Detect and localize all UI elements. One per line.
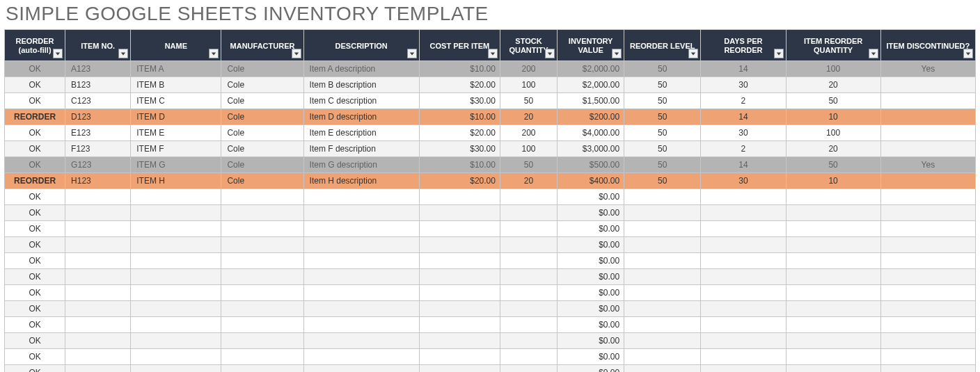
cell-cost[interactable] — [419, 269, 500, 285]
cell-reorder_qty[interactable]: 50 — [786, 93, 880, 109]
cell-reorder_level[interactable] — [624, 221, 701, 237]
cell-reorder_qty[interactable]: 50 — [786, 157, 880, 173]
cell-cost[interactable] — [419, 253, 500, 269]
cell-status[interactable]: REORDER — [5, 109, 65, 125]
cell-item_no[interactable]: F123 — [65, 141, 131, 157]
cell-desc[interactable] — [303, 221, 419, 237]
cell-name[interactable] — [131, 349, 221, 365]
cell-reorder_level[interactable] — [624, 237, 701, 253]
cell-inv[interactable]: $0.00 — [558, 253, 624, 269]
cell-stock[interactable] — [500, 189, 557, 205]
cell-cost[interactable] — [419, 221, 500, 237]
cell-stock[interactable] — [500, 349, 557, 365]
cell-days[interactable] — [701, 269, 786, 285]
cell-disc[interactable] — [880, 93, 975, 109]
cell-inv[interactable]: $1,500.00 — [558, 93, 624, 109]
cell-inv[interactable]: $200.00 — [558, 109, 624, 125]
cell-disc[interactable] — [880, 253, 975, 269]
cell-reorder_qty[interactable]: 20 — [786, 141, 880, 157]
cell-item_no[interactable]: A123 — [65, 61, 131, 77]
cell-inv[interactable]: $0.00 — [558, 301, 624, 317]
cell-desc[interactable] — [303, 317, 419, 333]
column-header[interactable]: NAME — [131, 30, 221, 61]
cell-cost[interactable] — [419, 333, 500, 349]
cell-stock[interactable]: 20 — [500, 109, 557, 125]
cell-name[interactable] — [131, 333, 221, 349]
cell-disc[interactable] — [880, 269, 975, 285]
column-header[interactable]: REORDER (auto-fill) — [5, 30, 65, 61]
cell-name[interactable]: ITEM D — [131, 109, 221, 125]
cell-inv[interactable]: $2,000.00 — [558, 77, 624, 93]
cell-mfr[interactable] — [221, 301, 303, 317]
cell-reorder_qty[interactable] — [786, 221, 880, 237]
cell-mfr[interactable]: Cole — [221, 109, 303, 125]
cell-stock[interactable] — [500, 317, 557, 333]
cell-days[interactable] — [701, 333, 786, 349]
cell-reorder_level[interactable]: 50 — [624, 173, 701, 189]
cell-name[interactable]: ITEM B — [131, 77, 221, 93]
filter-dropdown-icon[interactable] — [774, 49, 784, 58]
cell-status[interactable]: OK — [5, 205, 65, 221]
filter-dropdown-icon[interactable] — [688, 49, 698, 58]
cell-mfr[interactable] — [221, 253, 303, 269]
cell-status[interactable]: OK — [5, 349, 65, 365]
cell-desc[interactable] — [303, 205, 419, 221]
cell-mfr[interactable] — [221, 237, 303, 253]
cell-disc[interactable] — [880, 109, 975, 125]
cell-days[interactable] — [701, 317, 786, 333]
cell-status[interactable]: OK — [5, 189, 65, 205]
cell-reorder_level[interactable] — [624, 301, 701, 317]
cell-name[interactable] — [131, 285, 221, 301]
cell-stock[interactable]: 100 — [500, 77, 557, 93]
cell-mfr[interactable]: Cole — [221, 157, 303, 173]
cell-desc[interactable] — [303, 301, 419, 317]
cell-desc[interactable]: Item E description — [303, 125, 419, 141]
cell-item_no[interactable] — [65, 205, 131, 221]
cell-mfr[interactable] — [221, 285, 303, 301]
cell-inv[interactable]: $0.00 — [558, 205, 624, 221]
cell-reorder_level[interactable]: 50 — [624, 109, 701, 125]
cell-status[interactable]: OK — [5, 221, 65, 237]
cell-stock[interactable]: 50 — [500, 93, 557, 109]
cell-item_no[interactable] — [65, 221, 131, 237]
cell-disc[interactable] — [880, 125, 975, 141]
cell-inv[interactable]: $0.00 — [558, 333, 624, 349]
cell-disc[interactable]: Yes — [880, 157, 975, 173]
cell-item_no[interactable] — [65, 317, 131, 333]
column-header[interactable]: ITEM DISCONTINUED? — [880, 30, 975, 61]
cell-inv[interactable]: $0.00 — [558, 237, 624, 253]
cell-days[interactable] — [701, 365, 786, 373]
cell-name[interactable]: ITEM H — [131, 173, 221, 189]
cell-status[interactable]: OK — [5, 253, 65, 269]
cell-cost[interactable]: $30.00 — [419, 93, 500, 109]
cell-desc[interactable] — [303, 365, 419, 373]
column-header[interactable]: INVENTORY VALUE — [558, 30, 624, 61]
filter-dropdown-icon[interactable] — [869, 49, 878, 58]
cell-desc[interactable] — [303, 269, 419, 285]
cell-disc[interactable] — [880, 317, 975, 333]
cell-days[interactable]: 14 — [701, 61, 786, 77]
cell-reorder_qty[interactable] — [786, 285, 880, 301]
cell-inv[interactable]: $3,000.00 — [558, 141, 624, 157]
cell-mfr[interactable] — [221, 365, 303, 373]
cell-days[interactable]: 2 — [701, 93, 786, 109]
cell-cost[interactable] — [419, 365, 500, 373]
cell-disc[interactable] — [880, 365, 975, 373]
cell-reorder_qty[interactable] — [786, 333, 880, 349]
cell-days[interactable] — [701, 221, 786, 237]
cell-name[interactable]: ITEM A — [131, 61, 221, 77]
cell-reorder_level[interactable]: 50 — [624, 77, 701, 93]
cell-reorder_qty[interactable]: 20 — [786, 77, 880, 93]
cell-name[interactable] — [131, 189, 221, 205]
cell-status[interactable]: REORDER — [5, 173, 65, 189]
cell-item_no[interactable] — [65, 253, 131, 269]
filter-dropdown-icon[interactable] — [292, 49, 301, 58]
cell-desc[interactable]: Item D description — [303, 109, 419, 125]
cell-reorder_level[interactable] — [624, 317, 701, 333]
cell-name[interactable] — [131, 301, 221, 317]
cell-cost[interactable]: $20.00 — [419, 77, 500, 93]
cell-reorder_qty[interactable] — [786, 253, 880, 269]
cell-mfr[interactable] — [221, 189, 303, 205]
cell-status[interactable]: OK — [5, 317, 65, 333]
cell-days[interactable] — [701, 189, 786, 205]
